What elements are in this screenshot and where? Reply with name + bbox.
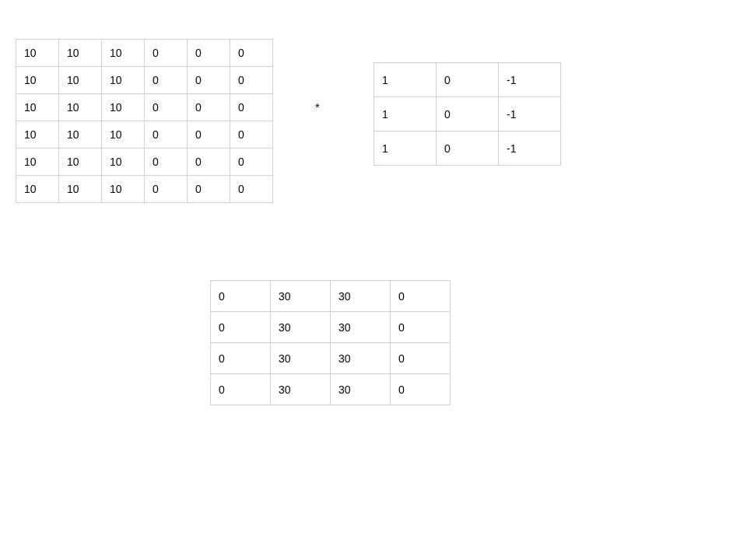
matrix-cell: 0	[145, 149, 188, 176]
matrix-cell: 0	[145, 40, 188, 67]
matrix-cell: 30	[271, 343, 331, 374]
convolution-operator: *	[315, 100, 320, 114]
matrix-cell: 30	[331, 312, 391, 343]
matrix-cell: 30	[331, 374, 391, 405]
matrix-cell: 0	[437, 63, 499, 97]
matrix-cell: 0	[188, 121, 230, 149]
matrix-cell: 0	[188, 67, 230, 94]
matrix-cell: 0	[145, 121, 188, 149]
matrix-cell: 10	[59, 121, 102, 149]
matrix-cell: 0	[391, 343, 451, 374]
matrix-cell: 10	[59, 176, 102, 203]
matrix-cell: 0	[188, 94, 230, 121]
table-row: 1 0 -1	[374, 63, 561, 97]
matrix-cell: 0	[188, 176, 230, 203]
matrix-cell: 10	[16, 67, 59, 94]
matrix-cell: 0	[211, 312, 271, 343]
matrix-cell: 0	[230, 67, 273, 94]
matrix-cell: 0	[211, 281, 271, 312]
matrix-cell: 30	[331, 343, 391, 374]
diagram-container: 10 10 10 0 0 0 10 10 10 0 0 0 10 10 10 0…	[0, 0, 747, 560]
table-row: 1 0 -1	[374, 97, 561, 131]
table-row: 0 30 30 0	[211, 281, 451, 312]
matrix-cell: 0	[437, 131, 499, 166]
matrix-cell: 30	[331, 281, 391, 312]
matrix-cell: 0	[145, 94, 188, 121]
matrix-cell: 10	[59, 94, 102, 121]
kernel-matrix-table: 1 0 -1 1 0 -1 1 0 -1	[374, 62, 561, 166]
table-row: 10 10 10 0 0 0	[16, 176, 273, 203]
matrix-cell: 10	[102, 176, 145, 203]
matrix-cell: 0	[230, 94, 273, 121]
matrix-cell: 0	[437, 97, 499, 131]
matrix-cell: 10	[16, 40, 59, 67]
matrix-cell: 0	[188, 40, 230, 67]
table-row: 10 10 10 0 0 0	[16, 94, 273, 121]
matrix-cell: 30	[271, 312, 331, 343]
table-row: 1 0 -1	[374, 131, 561, 166]
matrix-cell: 10	[16, 176, 59, 203]
matrix-cell: 1	[374, 131, 437, 166]
matrix-cell: 0	[188, 149, 230, 176]
matrix-cell: 10	[16, 121, 59, 149]
matrix-cell: 0	[391, 312, 451, 343]
matrix-cell: 10	[102, 121, 145, 149]
matrix-cell: 0	[145, 67, 188, 94]
table-row: 10 10 10 0 0 0	[16, 40, 273, 67]
matrix-cell: -1	[499, 63, 561, 97]
matrix-cell: 30	[271, 374, 331, 405]
table-row: 10 10 10 0 0 0	[16, 67, 273, 94]
matrix-cell: 0	[230, 176, 273, 203]
output-matrix-table: 0 30 30 0 0 30 30 0 0 30 30 0 0 30 30 0	[210, 280, 451, 405]
matrix-cell: 0	[391, 281, 451, 312]
matrix-cell: 0	[391, 374, 451, 405]
matrix-cell: 10	[59, 40, 102, 67]
matrix-cell: 10	[16, 149, 59, 176]
matrix-cell: -1	[499, 97, 561, 131]
matrix-cell: 0	[211, 374, 271, 405]
matrix-cell: 0	[230, 149, 273, 176]
matrix-cell: 0	[230, 40, 273, 67]
table-row: 10 10 10 0 0 0	[16, 149, 273, 176]
matrix-cell: 10	[16, 94, 59, 121]
matrix-cell: 10	[102, 149, 145, 176]
matrix-cell: 10	[102, 67, 145, 94]
matrix-cell: 0	[145, 176, 188, 203]
matrix-cell: 1	[374, 63, 437, 97]
matrix-cell: 30	[271, 281, 331, 312]
matrix-cell: 0	[230, 121, 273, 149]
matrix-cell: 10	[59, 67, 102, 94]
input-matrix-table: 10 10 10 0 0 0 10 10 10 0 0 0 10 10 10 0…	[16, 39, 273, 203]
matrix-cell: 10	[102, 94, 145, 121]
matrix-cell: -1	[499, 131, 561, 166]
matrix-cell: 10	[102, 40, 145, 67]
table-row: 0 30 30 0	[211, 312, 451, 343]
table-row: 10 10 10 0 0 0	[16, 121, 273, 149]
table-row: 0 30 30 0	[211, 343, 451, 374]
matrix-cell: 0	[211, 343, 271, 374]
matrix-cell: 10	[59, 149, 102, 176]
table-row: 0 30 30 0	[211, 374, 451, 405]
matrix-cell: 1	[374, 97, 437, 131]
